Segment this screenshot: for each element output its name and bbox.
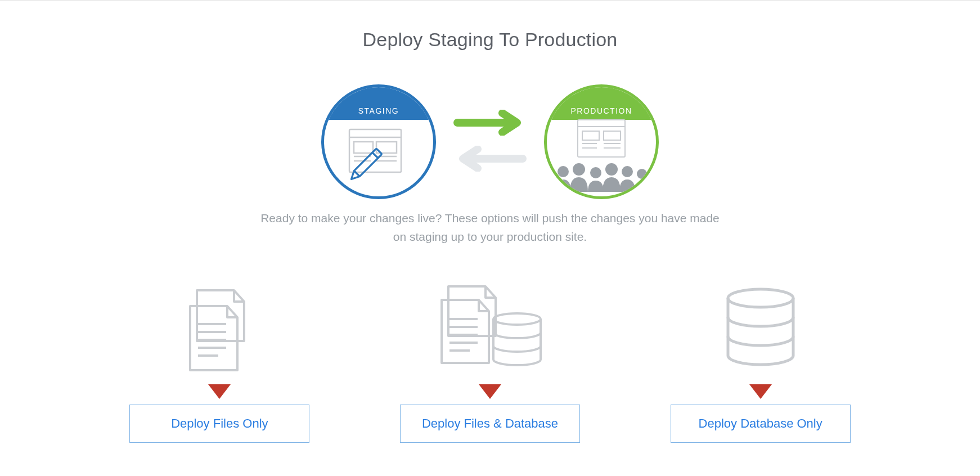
pointer-down-icon (207, 383, 232, 402)
staging-label: STAGING (358, 106, 399, 115)
svg-rect-13 (578, 120, 625, 157)
svg-point-23 (590, 167, 601, 178)
svg-point-40 (728, 289, 793, 307)
description-text: Ready to make your changes live? These o… (259, 209, 721, 246)
staging-cap: STAGING (324, 87, 433, 120)
option-db: Deploy Database Only (636, 285, 884, 443)
transfer-arrows (451, 110, 529, 174)
files-icon (180, 287, 259, 374)
database-icon (718, 287, 803, 374)
deploy-files-db-button[interactable]: Deploy Files & Database (400, 405, 580, 443)
production-circle: PRODUCTION (544, 84, 659, 199)
svg-rect-16 (604, 131, 621, 140)
svg-rect-2 (354, 142, 373, 153)
page-title: Deploy Staging To Production (34, 29, 946, 51)
option-files: Deploy Files Only (96, 285, 344, 443)
deploy-files-button[interactable]: Deploy Files Only (129, 405, 309, 443)
page-edit-icon (345, 126, 412, 190)
svg-point-21 (558, 166, 569, 177)
svg-point-26 (637, 169, 647, 179)
svg-point-38 (493, 313, 541, 325)
files-database-icon (434, 284, 546, 376)
svg-marker-39 (479, 384, 501, 399)
svg-marker-32 (208, 384, 231, 399)
production-cap: PRODUCTION (547, 87, 656, 120)
pointer-down-icon (748, 383, 773, 402)
audience-site-icon (551, 118, 652, 199)
option-files-db: Deploy Files & Database (366, 285, 614, 443)
deploy-staging-page: Deploy Staging To Production STAGING (0, 1, 980, 454)
svg-marker-41 (749, 384, 772, 399)
hero-illustration: STAGING (34, 84, 946, 199)
svg-point-25 (622, 166, 633, 177)
svg-point-24 (605, 163, 618, 176)
arrow-left-icon (451, 146, 529, 174)
production-label: PRODUCTION (570, 106, 632, 115)
pointer-down-icon (478, 383, 502, 402)
arrow-right-icon (451, 110, 529, 138)
svg-point-22 (573, 163, 585, 176)
staging-circle: STAGING (321, 84, 436, 199)
svg-rect-15 (582, 131, 599, 140)
deploy-options: Deploy Files Only (34, 246, 946, 443)
deploy-db-button[interactable]: Deploy Database Only (671, 405, 851, 443)
